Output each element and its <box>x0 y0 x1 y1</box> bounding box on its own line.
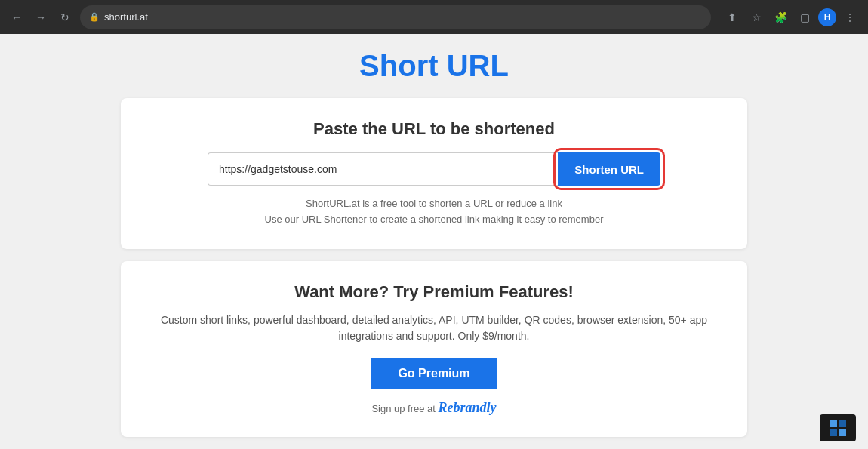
share-icon[interactable]: ⬆ <box>722 7 743 28</box>
reload-button[interactable]: ↻ <box>56 8 74 26</box>
url-input-row: Shorten URL <box>208 152 660 186</box>
go-premium-button[interactable]: Go Premium <box>371 358 497 389</box>
premium-heading: Want More? Try Premium Features! <box>143 282 725 302</box>
gadgets-badge <box>820 414 856 441</box>
page-content: Short URL Paste the URL to be shortened … <box>0 34 868 449</box>
url-text: shorturl.at <box>104 11 702 23</box>
badge-sq-4 <box>839 429 846 436</box>
rebrandly-logo: Rebrandly <box>439 400 497 415</box>
forward-button[interactable]: → <box>32 8 50 26</box>
page-title: Short URL <box>121 49 747 83</box>
shorten-card: Paste the URL to be shortened Shorten UR… <box>121 98 747 249</box>
lock-icon: 🔒 <box>89 12 100 22</box>
browser-actions: ⬆ ☆ 🧩 ▢ H ⋮ <box>722 7 860 28</box>
menu-icon[interactable]: ⋮ <box>839 7 860 28</box>
back-button[interactable]: ← <box>8 8 26 26</box>
badge-sq-3 <box>830 429 837 436</box>
browser-chrome: ← → ↻ 🔒 shorturl.at ⬆ ☆ 🧩 ▢ H ⋮ <box>0 0 868 34</box>
badge-sq-1 <box>830 420 837 427</box>
shorten-button[interactable]: Shorten URL <box>558 152 660 186</box>
signup-prefix: Sign up free at <box>371 403 438 414</box>
desc-line1: ShortURL.at is a free tool to shorten a … <box>306 198 562 209</box>
address-bar[interactable]: 🔒 shorturl.at <box>80 5 711 29</box>
badge-sq-2 <box>839 420 846 427</box>
desc-line2: Use our URL Shortener to create a shorte… <box>265 214 604 225</box>
shorten-card-heading: Paste the URL to be shortened <box>143 119 725 139</box>
premium-description: Custom short links, powerful dashboard, … <box>143 312 725 344</box>
avatar[interactable]: H <box>818 8 836 26</box>
signup-text: Sign up free at Rebrandly <box>143 400 725 416</box>
window-icon[interactable]: ▢ <box>794 7 815 28</box>
bookmark-icon[interactable]: ☆ <box>746 7 767 28</box>
extensions-icon[interactable]: 🧩 <box>770 7 791 28</box>
shorten-desc: ShortURL.at is a free tool to shorten a … <box>143 196 725 228</box>
shorten-btn-highlight: Shorten URL <box>558 152 660 186</box>
premium-card: Want More? Try Premium Features! Custom … <box>121 261 747 437</box>
url-input[interactable] <box>208 152 558 186</box>
badge-grid <box>830 420 846 436</box>
